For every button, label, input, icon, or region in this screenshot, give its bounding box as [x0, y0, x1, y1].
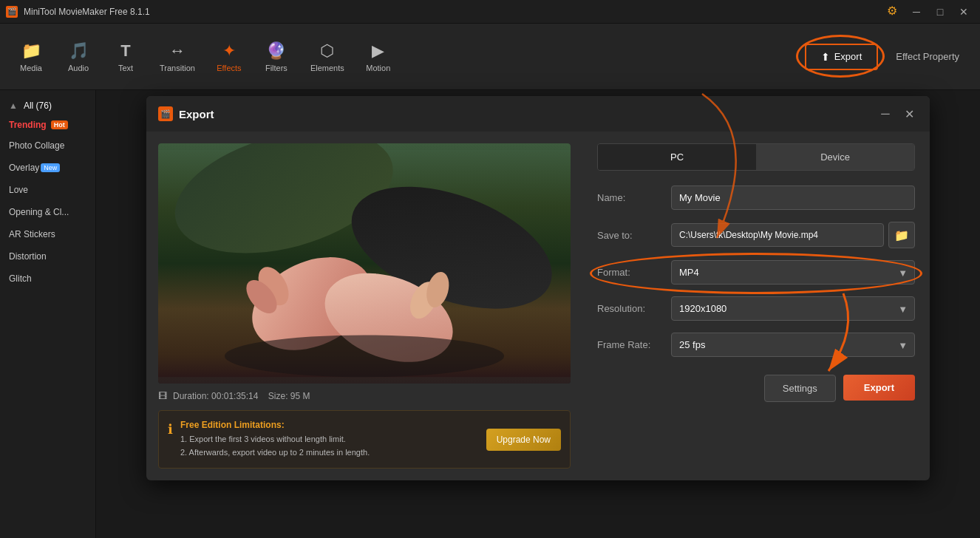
export-header-button[interactable]: ⬆ Export: [805, 44, 879, 70]
settings-icon[interactable]: ⚙: [887, 4, 897, 20]
save-to-row: 📁: [671, 222, 915, 248]
svg-point-9: [225, 335, 504, 377]
frame-rate-select[interactable]: 25 fps 30 fps 60 fps 24 fps: [671, 333, 915, 357]
video-preview: [158, 143, 571, 384]
toolbar-media[interactable]: 📁 Media: [9, 37, 53, 77]
new-badge: New: [41, 163, 60, 172]
sidebar-all-item[interactable]: ▲ All (76): [0, 96, 95, 115]
media-icon: 📁: [21, 41, 41, 61]
sidebar-ar-stickers[interactable]: AR Stickers: [0, 223, 95, 245]
toolbar-effects[interactable]: ✦ Effects: [207, 37, 251, 77]
sidebar-trending[interactable]: Trending Hot: [0, 115, 95, 134]
video-film-icon: 🎞: [158, 391, 167, 401]
info-icon: ℹ: [168, 421, 173, 437]
effects-icon: ✦: [222, 41, 236, 61]
size-value: 95 M: [290, 391, 310, 401]
close-button[interactable]: ✕: [953, 4, 974, 20]
export-button-wrapper: Export: [843, 375, 915, 402]
tab-row: PC Device: [597, 143, 915, 171]
modal-title: Export: [179, 108, 214, 120]
export-header-label: Export: [834, 51, 862, 62]
folder-browse-button[interactable]: 📁: [888, 222, 915, 248]
settings-button[interactable]: Settings: [764, 375, 836, 402]
sidebar-overlay[interactable]: Overlay New: [0, 157, 95, 179]
export-upload-icon: ⬆: [821, 51, 830, 63]
title-bar-left: 🎬 MiniTool MovieMaker Free 8.1.1: [6, 6, 150, 18]
resolution-select[interactable]: 1920x1080 1280x720 854x480 640x360: [671, 296, 915, 321]
limitations-item-2: 2. Afterwards, export video up to 2 minu…: [180, 446, 479, 460]
text-icon: T: [120, 41, 130, 61]
sidebar-all-label: All (76): [24, 101, 52, 111]
toolbar-right: ⬆ Export Effect Property: [805, 44, 971, 70]
toolbar-motion[interactable]: ▶ Motion: [356, 37, 401, 77]
sidebar-photo-collage[interactable]: Photo Collage: [0, 134, 95, 157]
format-select[interactable]: MP4 AVI MOV MKV WMV: [671, 260, 915, 285]
toolbar-text-label: Text: [118, 64, 133, 72]
toolbar-audio-label: Audio: [68, 64, 89, 72]
sidebar-opening-label: Opening & Cl...: [9, 207, 69, 217]
toolbar-text[interactable]: T Text: [103, 37, 148, 77]
effect-property-label: Effect Property: [884, 51, 971, 62]
minimize-button[interactable]: ─: [906, 4, 927, 20]
toolbar-elements-label: Elements: [310, 64, 344, 72]
title-bar: 🎬 MiniTool MovieMaker Free 8.1.1 ⚙ ─ □ ✕: [0, 0, 980, 24]
toolbar-media-label: Media: [20, 64, 42, 72]
modal-minimize-button[interactable]: ─: [877, 105, 894, 123]
modal-header: 🎬 Export ─ ✕: [146, 96, 930, 132]
name-input[interactable]: [671, 185, 915, 210]
hot-badge: Hot: [51, 120, 68, 129]
modal-header-left: 🎬 Export: [158, 106, 214, 121]
toolbar-motion-label: Motion: [366, 64, 390, 72]
duration-value: 00:01:35:14: [211, 391, 258, 401]
sidebar-distortion-label: Distortion: [9, 251, 47, 262]
name-label: Name:: [597, 192, 671, 203]
frame-rate-label: Frame Rate:: [597, 339, 671, 350]
export-settings: PC Device Name: Save to: 📁: [582, 132, 930, 480]
save-to-field-row: Save to: 📁: [597, 222, 915, 248]
modal-app-icon: 🎬: [158, 106, 173, 121]
sidebar: ▲ All (76) Trending Hot Photo Collage Ov…: [0, 90, 96, 538]
tab-pc[interactable]: PC: [598, 144, 756, 170]
resolution-select-wrapper: 1920x1080 1280x720 854x480 640x360 ▼: [671, 296, 915, 321]
audio-icon: 🎵: [69, 41, 89, 61]
sidebar-love-label: Love: [9, 185, 28, 195]
tab-device[interactable]: Device: [756, 144, 914, 170]
toolbar-audio[interactable]: 🎵 Audio: [56, 37, 101, 77]
motion-icon: ▶: [372, 41, 384, 61]
video-info-text: Duration: 00:01:35:14 Size: 95 M: [173, 391, 310, 401]
modal-body: 🎞 Duration: 00:01:35:14 Size: 95 M ℹ: [146, 132, 930, 480]
export-modal-button[interactable]: Export: [843, 375, 915, 401]
sidebar-love[interactable]: Love: [0, 179, 95, 201]
upgrade-now-button[interactable]: Upgrade Now: [486, 429, 561, 451]
toolbar-transition[interactable]: ↔ Transition: [151, 37, 204, 77]
name-field-row: Name:: [597, 185, 915, 210]
toolbar-filters-label: Filters: [265, 64, 287, 72]
main-content: ▲ All (76) Trending Hot Photo Collage Ov…: [0, 90, 980, 538]
sidebar-glitch[interactable]: Glitch: [0, 268, 95, 290]
frame-rate-select-wrapper: 25 fps 30 fps 60 fps 24 fps ▼: [671, 333, 915, 357]
limitations-text: Free Edition Limitations: 1. Export the …: [180, 420, 479, 459]
limitations-box: ℹ Free Edition Limitations: 1. Export th…: [158, 410, 571, 469]
video-section: 🎞 Duration: 00:01:35:14 Size: 95 M ℹ: [146, 132, 582, 480]
sidebar-glitch-label: Glitch: [9, 273, 32, 284]
frame-rate-field-row: Frame Rate: 25 fps 30 fps 60 fps 24 fps …: [597, 333, 915, 357]
filters-icon: 🔮: [266, 41, 286, 61]
save-to-label: Save to:: [597, 230, 671, 241]
title-bar-controls: ⚙ ─ □ ✕: [887, 4, 974, 20]
format-label: Format:: [597, 267, 671, 278]
save-to-input[interactable]: [671, 223, 884, 247]
toolbar-elements[interactable]: ⬡ Elements: [302, 37, 353, 77]
sidebar-distortion[interactable]: Distortion: [0, 245, 95, 268]
export-header-wrapper: ⬆ Export: [805, 44, 879, 70]
modal-bottom-buttons: Settings Export: [597, 375, 915, 402]
resolution-label: Resolution:: [597, 303, 671, 314]
video-art: [158, 143, 571, 384]
toolbar-filters[interactable]: 🔮 Filters: [254, 37, 299, 77]
modal-controls: ─ ✕: [877, 105, 918, 123]
maximize-button[interactable]: □: [930, 4, 950, 20]
limitations-item-1: 1. Export the first 3 videos without len…: [180, 433, 479, 446]
modal-close-button[interactable]: ✕: [900, 105, 918, 123]
anime-art-svg: [158, 143, 571, 384]
toolbar-effects-label: Effects: [217, 64, 241, 72]
sidebar-opening[interactable]: Opening & Cl...: [0, 201, 95, 223]
